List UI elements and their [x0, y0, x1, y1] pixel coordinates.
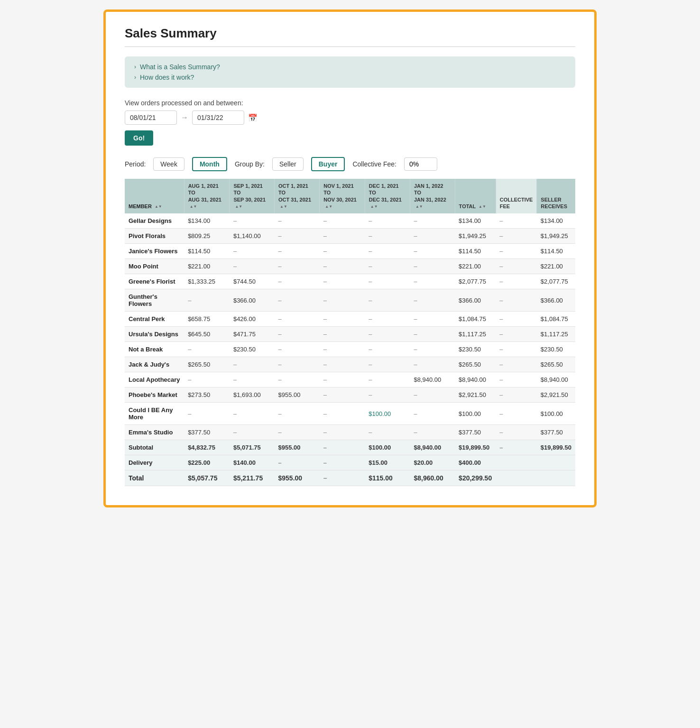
sort-icon-total[interactable]: ▲▼: [479, 205, 486, 209]
cell-total: $2,077.75: [455, 274, 496, 289]
dash-value: –: [278, 346, 282, 353]
sort-icon-nov[interactable]: ▲▼: [325, 205, 332, 209]
table-row: Gellar Designs$134.00–––––$134.00–$134.0…: [125, 213, 575, 229]
cell-seller: $366.00: [537, 289, 575, 312]
sort-icon-member[interactable]: ▲▼: [155, 205, 162, 209]
cell-member: Emma's Studio: [125, 425, 184, 440]
cell-oct: –: [275, 425, 320, 440]
dash-value: –: [323, 410, 327, 417]
dash-value: –: [499, 429, 503, 436]
subtotal-row: Subtotal$4,832.75$5,071.75$955.00–$100.0…: [125, 440, 575, 455]
delivery-total: $400.00: [455, 455, 496, 470]
calendar-icon[interactable]: 📅: [248, 113, 258, 122]
dash-value: –: [499, 361, 503, 368]
dash-value: –: [368, 331, 372, 338]
period-month-button[interactable]: Month: [192, 157, 227, 171]
go-button[interactable]: Go!: [125, 130, 153, 146]
dash-value: –: [278, 376, 282, 383]
period-week-button[interactable]: Week: [153, 157, 184, 171]
cell-sep: $426.00: [230, 312, 275, 327]
cell-member: Pivot Florals: [125, 229, 184, 244]
cell-fee: –: [496, 357, 537, 372]
sort-icon-jan[interactable]: ▲▼: [415, 205, 423, 209]
sort-icon-aug[interactable]: ▲▼: [190, 205, 197, 209]
info-item-2[interactable]: › How does it work?: [134, 74, 566, 81]
cell-oct: –: [275, 312, 320, 327]
cell-total: $230.50: [455, 342, 496, 357]
dash-value: –: [323, 429, 327, 436]
dash-value: –: [368, 232, 372, 240]
table-row: Not a Break–$230.50––––$230.50–$230.50: [125, 342, 575, 357]
cell-nov: –: [320, 357, 365, 372]
dash-value: –: [188, 297, 191, 304]
delivery-oct: –: [275, 455, 320, 470]
groupby-seller-button[interactable]: Seller: [272, 157, 304, 171]
dash-value: –: [323, 376, 327, 383]
cell-fee: –: [496, 387, 537, 403]
cell-dec: –: [365, 372, 410, 387]
delivery-aug: $225.00: [184, 455, 230, 470]
cell-aug: $265.50: [184, 357, 230, 372]
dash-value: –: [414, 248, 417, 255]
cell-fee: –: [496, 229, 537, 244]
dash-value: –: [414, 331, 417, 338]
cell-fee: –: [496, 289, 537, 312]
fee-label: Collective Fee:: [352, 160, 396, 168]
dash-value: –: [323, 361, 327, 368]
delivery-jan: $20.00: [410, 455, 455, 470]
cell-member: Local Apothecary: [125, 372, 184, 387]
cell-dec: –: [365, 327, 410, 342]
cell-dec: –: [365, 357, 410, 372]
cell-nov: –: [320, 312, 365, 327]
sort-icon-oct[interactable]: ▲▼: [280, 205, 287, 209]
delivery-seller: [537, 455, 575, 470]
subtotal-label: Subtotal: [125, 440, 184, 455]
cell-total: $366.00: [455, 289, 496, 312]
cell-jan: –: [410, 342, 455, 357]
sort-icon-sep[interactable]: ▲▼: [235, 205, 242, 209]
table-row: Central Perk$658.75$426.00––––$1,084.75–…: [125, 312, 575, 327]
groupby-buyer-button[interactable]: Buyer: [311, 157, 345, 171]
dash-value: –: [368, 429, 372, 436]
cell-dec: –: [365, 213, 410, 229]
cell-oct: –: [275, 289, 320, 312]
cell-dec: –: [365, 274, 410, 289]
dash-value: –: [368, 315, 372, 323]
cell-seller: $134.00: [537, 213, 575, 229]
fee-input[interactable]: [404, 157, 437, 171]
cell-sep: –: [230, 425, 275, 440]
cell-member: Moo Point: [125, 259, 184, 274]
cell-member: Greene's Florist: [125, 274, 184, 289]
dash-value: –: [278, 232, 282, 240]
cell-aug: $645.50: [184, 327, 230, 342]
cell-fee: –: [496, 274, 537, 289]
info-box: › What is a Sales Summary? › How does it…: [125, 56, 575, 88]
total-label: Total: [125, 470, 184, 486]
cell-seller: $100.00: [537, 403, 575, 425]
delivery-dec: $15.00: [365, 455, 410, 470]
cell-member: Ursula's Designs: [125, 327, 184, 342]
dash-value: –: [323, 391, 327, 398]
sort-icon-dec[interactable]: ▲▼: [370, 205, 378, 209]
dash-value: –: [414, 346, 417, 353]
dash-value: –: [233, 263, 237, 270]
cell-member: Gellar Designs: [125, 213, 184, 229]
table-row: Moo Point$221.00–––––$221.00–$221.00: [125, 259, 575, 274]
cell-oct: –: [275, 213, 320, 229]
cell-jan: –: [410, 274, 455, 289]
cell-dec: –: [365, 425, 410, 440]
date-from-input[interactable]: [125, 111, 177, 125]
dash-value: –: [499, 331, 503, 338]
dash-value: –: [323, 217, 327, 224]
info-item-1[interactable]: › What is a Sales Summary?: [134, 63, 566, 71]
subtotal-jan: $8,940.00: [410, 440, 455, 455]
cell-total: $134.00: [455, 213, 496, 229]
cell-jan: –: [410, 327, 455, 342]
cell-nov: –: [320, 372, 365, 387]
cell-seller: $8,940.00: [537, 372, 575, 387]
total-row: Total$5,057.75$5,211.75$955.00–$115.00$8…: [125, 470, 575, 486]
cell-total: $221.00: [455, 259, 496, 274]
cell-jan: –: [410, 229, 455, 244]
cell-fee: –: [496, 312, 537, 327]
date-to-input[interactable]: [192, 111, 244, 125]
